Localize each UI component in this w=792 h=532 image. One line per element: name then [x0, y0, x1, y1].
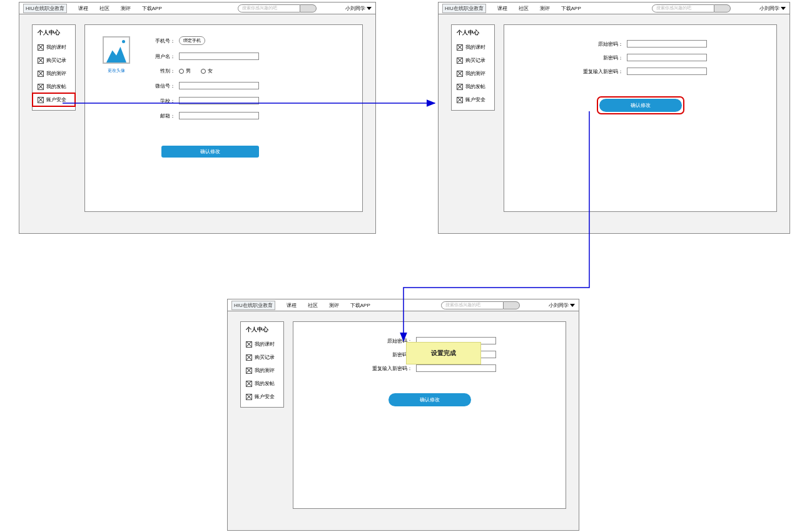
logo[interactable]: HIU在线职业教育 — [23, 4, 67, 13]
placeholder-icon — [246, 354, 252, 361]
confirm-password-button[interactable]: 确认修改 — [388, 393, 471, 406]
placeholder-icon — [457, 58, 463, 64]
old-password-input[interactable] — [627, 40, 707, 48]
change-avatar-link[interactable]: 更改头像 — [108, 68, 125, 74]
radio-male[interactable]: 男 — [179, 68, 191, 74]
search-input[interactable]: 搜索你感兴趣的吧 — [238, 4, 300, 13]
form-row-gender: 性别： 男 女 — [149, 68, 259, 74]
search-group: 搜索你感兴趣的吧 — [652, 4, 731, 13]
label-wechat: 微信号： — [149, 83, 175, 89]
form-row-repeat-password: 重复输入新密码： — [574, 68, 707, 75]
placeholder-icon — [457, 71, 463, 77]
sidebar-item-lessons[interactable]: 我的课时 — [241, 338, 283, 351]
wechat-input[interactable] — [179, 82, 259, 89]
sidebar-item-posts[interactable]: 我的发帖 — [241, 377, 283, 390]
placeholder-icon — [246, 381, 252, 387]
confirm-password-button[interactable]: 确认修改 — [599, 99, 682, 112]
sidebar-item-label: 我的课时 — [255, 341, 275, 348]
user-name: 小刘同学 — [549, 302, 569, 309]
wireframe-profile: HIU在线职业教育 课程 社区 测评 下载APP 搜索你感兴趣的吧 小刘同学 个… — [19, 2, 376, 234]
sidebar-item-lessons[interactable]: 我的课时 — [452, 41, 494, 54]
search-input[interactable]: 搜索你感兴趣的吧 — [652, 4, 714, 13]
user-menu[interactable]: 小刘同学 — [759, 5, 786, 12]
nav-download[interactable]: 下载APP — [561, 5, 581, 12]
image-icon — [122, 40, 125, 43]
placeholder-icon — [38, 44, 44, 51]
nav-community[interactable]: 社区 — [99, 5, 109, 12]
search-input[interactable]: 搜索你感兴趣的吧 — [441, 301, 504, 309]
label-old-password: 原始密码： — [363, 338, 412, 344]
wireframe-password: HIU在线职业教育 课程 社区 测评 下载APP 搜索你感兴趣的吧 小刘同学 个… — [438, 2, 790, 234]
label-phone: 手机号： — [149, 38, 175, 44]
form-row-school: 学校： — [149, 97, 259, 104]
main-panel: 更改头像 手机号： 绑定手机 用户名： 性别： — [84, 24, 363, 212]
repeat-password-input[interactable] — [416, 364, 496, 372]
sidebar-item-label: 我的发帖 — [46, 83, 66, 90]
new-password-input[interactable] — [627, 54, 707, 61]
bind-phone-button[interactable]: 绑定手机 — [179, 36, 205, 45]
nav-courses[interactable]: 课程 — [78, 5, 88, 12]
image-icon — [106, 45, 126, 63]
email-input[interactable] — [179, 112, 259, 119]
form-row-old-password: 原始密码： — [574, 40, 707, 48]
placeholder-icon — [38, 84, 44, 90]
nav-courses[interactable]: 课程 — [287, 302, 297, 309]
sidebar-item-assessments[interactable]: 我的测评 — [33, 67, 75, 80]
form-row-phone: 手机号： 绑定手机 — [149, 36, 259, 45]
sidebar-item-label: 我的发帖 — [255, 380, 275, 387]
sidebar-item-purchases[interactable]: 购买记录 — [33, 54, 75, 67]
logo[interactable]: HIU在线职业教育 — [231, 301, 275, 310]
sidebar-title: 个人中心 — [452, 29, 494, 41]
label-new-password: 新密码： — [363, 351, 412, 358]
search-button[interactable] — [504, 301, 520, 309]
form-row-wechat: 微信号： — [149, 82, 259, 89]
sidebar-item-security[interactable]: 账户安全 — [241, 390, 283, 403]
logo[interactable]: HIU在线职业教育 — [442, 4, 486, 13]
sidebar-item-label: 账户安全 — [255, 393, 275, 400]
sidebar-item-security[interactable]: 账户安全 — [33, 93, 75, 106]
radio-label: 女 — [208, 68, 213, 74]
username-input[interactable] — [179, 53, 259, 60]
label-repeat-password: 重复输入新密码： — [574, 68, 623, 75]
sidebar-item-posts[interactable]: 我的发帖 — [33, 80, 75, 93]
placeholder-icon — [246, 368, 252, 374]
sidebar-item-label: 购买记录 — [465, 57, 485, 64]
topbar: HIU在线职业教育 课程 社区 测评 下载APP 搜索你感兴趣的吧 小刘同学 — [439, 3, 789, 14]
nav-assess[interactable]: 测评 — [540, 5, 550, 12]
nav-community[interactable]: 社区 — [308, 302, 318, 309]
sidebar-item-label: 我的发帖 — [465, 83, 485, 90]
chevron-down-icon — [367, 7, 372, 10]
nav-assess[interactable]: 测评 — [121, 5, 131, 12]
sidebar-item-label: 我的测评 — [465, 70, 485, 77]
search-button[interactable] — [714, 4, 731, 13]
nav-community[interactable]: 社区 — [519, 5, 529, 12]
sidebar: 个人中心 我的课时 购买记录 我的测评 我的发帖 账户安全 — [451, 24, 495, 111]
nav-courses[interactable]: 课程 — [497, 5, 507, 12]
sidebar-item-assessments[interactable]: 我的测评 — [241, 364, 283, 377]
sidebar-item-assessments[interactable]: 我的测评 — [452, 67, 494, 80]
sidebar-item-label: 账户安全 — [465, 96, 485, 103]
user-menu[interactable]: 小刘同学 — [345, 5, 372, 12]
radio-female[interactable]: 女 — [201, 68, 213, 74]
confirm-profile-button[interactable]: 确认修改 — [161, 146, 259, 158]
topbar: HIU在线职业教育 课程 社区 测评 下载APP 搜索你感兴趣的吧 小刘同学 — [228, 299, 579, 311]
sidebar-item-security[interactable]: 账户安全 — [452, 93, 494, 106]
form-row-new-password: 新密码： — [574, 54, 707, 61]
form-row-username: 用户名： — [149, 53, 259, 60]
sidebar-item-posts[interactable]: 我的发帖 — [452, 80, 494, 93]
nav-download[interactable]: 下载APP — [350, 302, 370, 309]
radio-icon — [201, 69, 206, 74]
nav-download[interactable]: 下载APP — [142, 5, 162, 12]
user-name: 小刘同学 — [759, 5, 779, 12]
form-row-email: 邮箱： — [149, 112, 259, 119]
sidebar-item-purchases[interactable]: 购买记录 — [452, 54, 494, 67]
user-menu[interactable]: 小刘同学 — [549, 302, 575, 309]
sidebar-item-purchases[interactable]: 购买记录 — [241, 351, 283, 364]
school-input[interactable] — [179, 97, 259, 104]
nav-assess[interactable]: 测评 — [329, 302, 339, 309]
sidebar-item-lessons[interactable]: 我的课时 — [33, 41, 75, 54]
avatar — [103, 36, 130, 64]
repeat-password-input[interactable] — [627, 68, 707, 75]
search-button[interactable] — [300, 4, 317, 13]
form-row-repeat-password: 重复输入新密码： — [363, 364, 496, 372]
